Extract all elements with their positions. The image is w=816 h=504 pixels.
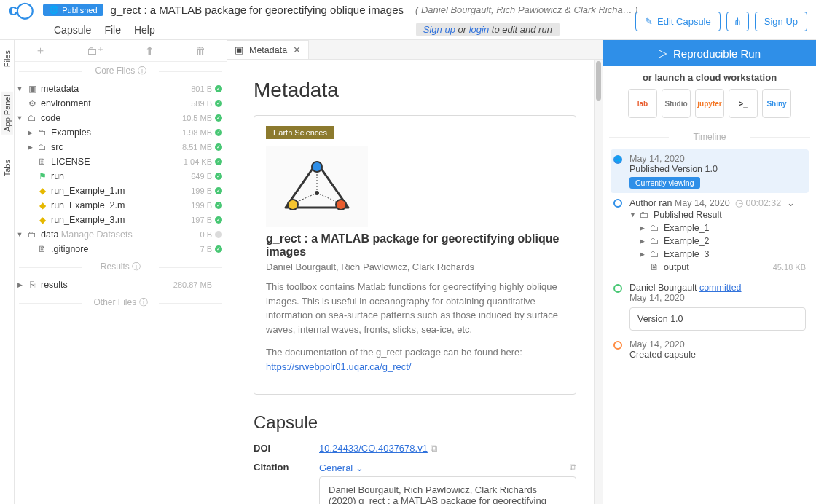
signup-button[interactable]: Sign Up xyxy=(755,12,807,31)
share-button[interactable]: ⋔ xyxy=(726,12,749,31)
info-icon[interactable]: ⓘ xyxy=(139,297,148,307)
add-icon[interactable]: ＋ xyxy=(35,44,46,58)
result-folder-Example_3[interactable]: ▶🗀Example_3 xyxy=(629,248,806,261)
file-icon: ◆ xyxy=(36,186,48,196)
status-dot: ✓ xyxy=(215,100,222,107)
file-row-run_Example_1.m[interactable]: ◆run_Example_1.m199 B✓ xyxy=(16,184,222,198)
file-row-environment[interactable]: ⚙environment589 B✓ xyxy=(16,96,222,111)
file-row-run_Example_3.m[interactable]: ◆run_Example_3.m197 B✓ xyxy=(16,213,222,227)
svg-point-2 xyxy=(288,200,298,210)
folder-icon: 🗀 xyxy=(640,210,649,220)
file-row-data[interactable]: ▼🗀data Manage Datasets0 B xyxy=(16,227,222,242)
workstation-shiny[interactable]: Shiny xyxy=(762,89,791,118)
file-row-code[interactable]: ▼🗀code10.5 MB✓ xyxy=(16,111,222,125)
file-icon: ⚑ xyxy=(36,171,48,181)
timeline-item-published[interactable]: 🌐 May 14, 2020 Published Version 1.0 Cur… xyxy=(611,149,809,193)
reproducible-run-button[interactable]: ▷ Reproducible Run xyxy=(603,40,816,66)
copy-icon[interactable]: ⧉ xyxy=(570,462,576,473)
svg-line-6 xyxy=(297,193,317,202)
tab-metadata[interactable]: ▣ Metadata ✕ xyxy=(227,40,309,59)
workstation-lab[interactable]: lab xyxy=(628,89,657,118)
svg-point-1 xyxy=(312,162,322,172)
file-row-run[interactable]: ⚑run649 B✓ xyxy=(16,169,222,184)
run-duration: 00:02:32 xyxy=(746,198,782,208)
editor-tabbar: ▣ Metadata ✕ xyxy=(227,40,603,60)
file-row-run_Example_2.m[interactable]: ◆run_Example_2.m199 B✓ xyxy=(16,198,222,213)
rail-files[interactable]: Files xyxy=(1,47,13,70)
doc-heading: Metadata xyxy=(254,79,576,102)
tag-chip: Earth Sciences xyxy=(266,126,334,139)
rail-app-panel[interactable]: App Panel xyxy=(1,92,13,135)
file-icon: 🗎 xyxy=(36,157,48,167)
login-link[interactable]: login xyxy=(469,24,489,35)
file-icon: 🗀 xyxy=(26,113,38,123)
timeline-item-created[interactable]: May 14, 2020 Created capsule xyxy=(611,335,809,364)
workstation-jupyter[interactable]: jupyter xyxy=(695,89,724,118)
section-results: Results ⓘ xyxy=(15,258,227,276)
status-dot: ✓ xyxy=(215,158,222,165)
file-row-results[interactable]: ▶⎘results280.87 MB xyxy=(16,277,222,292)
file-icon: 🗀 xyxy=(26,229,38,240)
file-row-LICENSE[interactable]: 🗎LICENSE1.04 KB✓ xyxy=(16,154,222,169)
result-folder-Example_1[interactable]: ▶🗀Example_1 xyxy=(629,221,806,235)
signup-link[interactable]: Sign up xyxy=(423,24,455,35)
file-icon: 🗀 xyxy=(36,142,48,152)
caret-icon: ▼ xyxy=(16,231,23,238)
clock-icon: ◷ xyxy=(735,198,743,208)
metadata-card: Earth Sciences g_rect : a MATLAB package… xyxy=(254,115,576,395)
file-row-Examples[interactable]: ▶🗀Examples1.98 MB✓ xyxy=(16,125,222,140)
info-icon[interactable]: ⓘ xyxy=(138,66,146,76)
timeline-item-commit[interactable]: Daniel Bourgault committed May 14, 2020 … xyxy=(611,278,809,335)
metadata-icon: ▣ xyxy=(235,44,243,55)
timeline: 🌐 May 14, 2020 Published Version 1.0 Cur… xyxy=(603,146,816,504)
status-dot xyxy=(215,231,222,238)
menu-help[interactable]: Help xyxy=(134,24,155,36)
app-logo[interactable]: c◯ xyxy=(9,1,33,20)
section-other-files: Other Files ⓘ xyxy=(15,294,227,312)
edit-hint: Sign up or login to edit and run xyxy=(416,23,560,36)
file-row-metadata[interactable]: ▼▣metadata801 B✓ xyxy=(16,82,222,96)
scrollbar-thumb[interactable] xyxy=(596,61,601,101)
workstation-studio[interactable]: Studio xyxy=(662,89,691,118)
file-toolbar: ＋ 🗀⁺ ⬆ 🗑 xyxy=(15,40,227,62)
result-folder-Example_2[interactable]: ▶🗀Example_2 xyxy=(629,235,806,248)
capsule-authors: ( Daniel Bourgault, Rich Pawlowicz & Cla… xyxy=(415,4,638,15)
chevron-down-icon[interactable]: ⌄ xyxy=(787,198,795,208)
share-icon: ⋔ xyxy=(734,16,742,27)
meta-description: This toolbox contains Matlab functions f… xyxy=(266,280,564,336)
committed-link[interactable]: committed xyxy=(699,283,742,293)
svg-point-3 xyxy=(336,200,346,210)
upload-icon[interactable]: ⬆ xyxy=(145,44,154,58)
status-dot: ✓ xyxy=(215,187,222,194)
folder-icon: 🗀 xyxy=(650,236,659,246)
doc-link[interactable]: https://srwebpolr01.uqar.ca/g_rect/ xyxy=(266,361,411,372)
trash-icon[interactable]: 🗑 xyxy=(195,44,206,57)
svg-line-7 xyxy=(317,193,337,202)
rail-tabs[interactable]: Tabs xyxy=(1,157,13,179)
file-panel: ＋ 🗀⁺ ⬆ 🗑 Core Files ⓘ ▼▣metadata801 B✓⚙e… xyxy=(15,40,227,504)
scrollbar[interactable] xyxy=(594,60,603,504)
status-dot: ✓ xyxy=(215,143,222,151)
info-icon[interactable]: ⓘ xyxy=(132,261,141,272)
menu-capsule[interactable]: Capsule xyxy=(54,24,91,36)
timeline-dot-icon xyxy=(613,341,622,350)
citation-mode-dropdown[interactable]: General ⌄ xyxy=(319,462,364,473)
caret-icon: ▼ xyxy=(16,85,23,92)
status-dot: ✓ xyxy=(215,202,222,209)
status-dot: ✓ xyxy=(215,216,222,224)
edit-capsule-button[interactable]: ✎ Edit Capsule xyxy=(635,12,721,31)
file-icon: ⚙ xyxy=(26,98,38,109)
doi-link[interactable]: 10.24433/CO.4037678.v1 xyxy=(319,443,428,454)
copy-icon[interactable]: ⧉ xyxy=(431,443,437,454)
timeline-heading: Timeline xyxy=(603,127,816,146)
file-icon: ◆ xyxy=(36,200,48,210)
menu-file[interactable]: File xyxy=(104,24,121,36)
folder-icon: 🗀 xyxy=(650,249,659,259)
new-folder-icon[interactable]: 🗀⁺ xyxy=(87,44,103,58)
close-icon[interactable]: ✕ xyxy=(293,44,301,55)
meta-doc-link-line: The documentation of the g_rect package … xyxy=(266,345,564,374)
workstation->_[interactable]: >_ xyxy=(729,89,758,118)
file-row-.gitignore[interactable]: 🗎.gitignore7 B✓ xyxy=(16,242,222,256)
file-row-src[interactable]: ▶🗀src8.51 MB✓ xyxy=(16,140,222,154)
timeline-item-run[interactable]: Author ran May 14, 2020 ◷ 00:02:32 ⌄ ▼🗀P… xyxy=(611,193,809,278)
